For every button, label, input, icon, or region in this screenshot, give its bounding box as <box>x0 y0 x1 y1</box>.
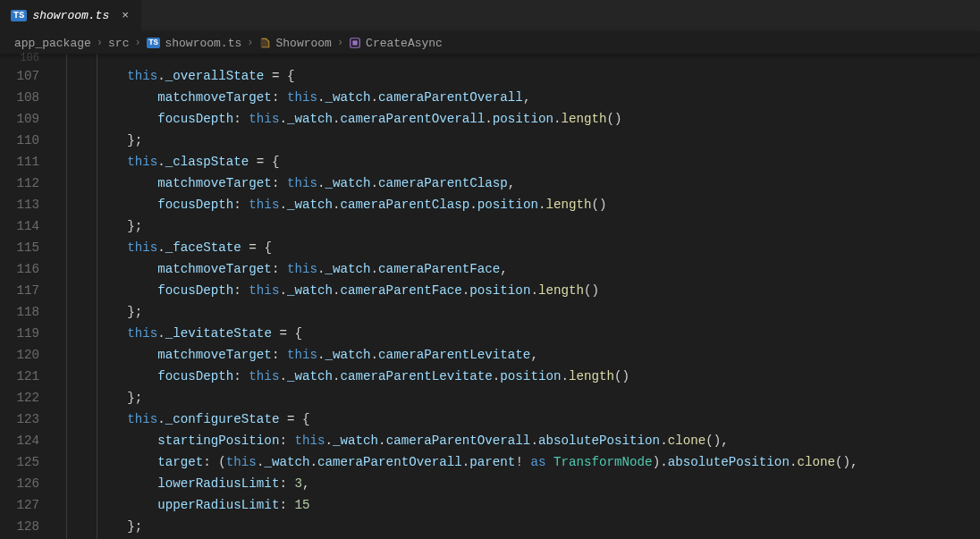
method-icon <box>349 37 361 49</box>
close-icon[interactable]: × <box>118 9 132 22</box>
line-number: 113 <box>0 194 39 215</box>
breadcrumb-item[interactable]: app_package <box>14 37 91 50</box>
tab-filename: showroom.ts <box>32 9 109 22</box>
breadcrumb-label: src <box>108 37 129 50</box>
line-number: 122 <box>0 387 39 408</box>
code-line[interactable]: upperRadiusLimit: 15 <box>66 494 858 516</box>
code-line[interactable]: }; <box>66 516 858 537</box>
line-number: 119 <box>0 323 39 344</box>
code-line[interactable]: startingPosition: this._watch.cameraPare… <box>66 430 858 451</box>
line-number: 110 <box>0 130 39 151</box>
code-line[interactable]: matchmoveTarget: this._watch.cameraParen… <box>66 173 858 194</box>
code-line[interactable]: }; <box>66 215 858 237</box>
code-line[interactable]: lowerRadiusLimit: 3, <box>66 473 858 494</box>
breadcrumb-label: Showroom <box>275 37 331 50</box>
code-line[interactable]: focusDepth: this._watch.cameraParentFace… <box>66 280 858 301</box>
line-number: 106 <box>0 55 39 65</box>
line-number: 126 <box>0 473 39 494</box>
chevron-right-icon: › <box>134 37 140 49</box>
indent-guide <box>97 55 97 539</box>
ts-file-icon: TS <box>147 38 161 48</box>
class-icon <box>258 37 271 49</box>
chevron-right-icon: › <box>97 37 103 49</box>
line-number: 109 <box>0 108 39 130</box>
breadcrumb-item[interactable]: TSshowroom.ts <box>147 37 242 50</box>
code-line[interactable]: this._configureState = { <box>66 408 858 430</box>
breadcrumb-item[interactable]: CreateAsync <box>349 37 443 50</box>
breadcrumb-label: CreateAsync <box>366 37 443 50</box>
code-line[interactable]: }; <box>66 301 858 323</box>
code-editor[interactable]: 1061071081091101111121131141151161171181… <box>0 55 980 539</box>
code-line[interactable]: target: (this._watch.cameraParentOverall… <box>66 451 858 473</box>
line-number: 112 <box>0 173 39 194</box>
breadcrumb[interactable]: app_package›src›TSshowroom.ts›Showroom›C… <box>0 31 980 55</box>
line-number: 124 <box>0 430 39 451</box>
breadcrumb-label: showroom.ts <box>165 37 241 50</box>
code-line[interactable]: focusDepth: this._watch.cameraParentOver… <box>66 108 858 130</box>
code-line[interactable]: focusDepth: this._watch.cameraParentClas… <box>66 194 858 215</box>
code-line[interactable]: this._overallState = { <box>66 65 858 87</box>
code-line[interactable]: matchmoveTarget: this._watch.cameraParen… <box>66 87 858 108</box>
code-content[interactable]: this._overallState = { matchmoveTarget: … <box>55 55 858 539</box>
line-number: 118 <box>0 301 39 323</box>
line-number: 114 <box>0 215 39 237</box>
line-number: 121 <box>0 366 39 387</box>
line-number: 108 <box>0 87 39 108</box>
breadcrumb-item[interactable]: Showroom <box>258 37 331 50</box>
editor-tab-bar: TS showroom.ts × <box>0 0 980 31</box>
code-line[interactable]: this._claspState = { <box>66 151 858 173</box>
breadcrumb-item[interactable]: src <box>108 37 129 50</box>
editor-tab-active[interactable]: TS showroom.ts × <box>0 0 142 31</box>
line-number: 120 <box>0 344 39 366</box>
code-line[interactable] <box>66 55 858 65</box>
svg-rect-1 <box>352 40 357 45</box>
chevron-right-icon: › <box>247 37 253 49</box>
line-number: 115 <box>0 237 39 258</box>
line-number: 117 <box>0 280 39 301</box>
code-line[interactable]: matchmoveTarget: this._watch.cameraParen… <box>66 344 858 366</box>
code-line[interactable]: }; <box>66 387 858 408</box>
code-line[interactable]: this._faceState = { <box>66 237 858 258</box>
breadcrumb-label: app_package <box>14 37 91 50</box>
line-number-gutter: 1061071081091101111121131141151161171181… <box>0 55 55 539</box>
code-line[interactable]: }; <box>66 130 858 151</box>
ts-file-icon: TS <box>11 10 27 21</box>
line-number: 127 <box>0 494 39 516</box>
line-number: 107 <box>0 65 39 87</box>
line-number: 123 <box>0 408 39 430</box>
line-number: 111 <box>0 151 39 173</box>
code-line[interactable]: focusDepth: this._watch.cameraParentLevi… <box>66 366 858 387</box>
code-line[interactable]: matchmoveTarget: this._watch.cameraParen… <box>66 258 858 280</box>
line-number: 116 <box>0 258 39 280</box>
chevron-right-icon: › <box>337 37 343 49</box>
line-number: 125 <box>0 451 39 473</box>
line-number: 128 <box>0 516 39 537</box>
indent-guide <box>66 55 67 539</box>
code-line[interactable]: this._levitateState = { <box>66 323 858 344</box>
